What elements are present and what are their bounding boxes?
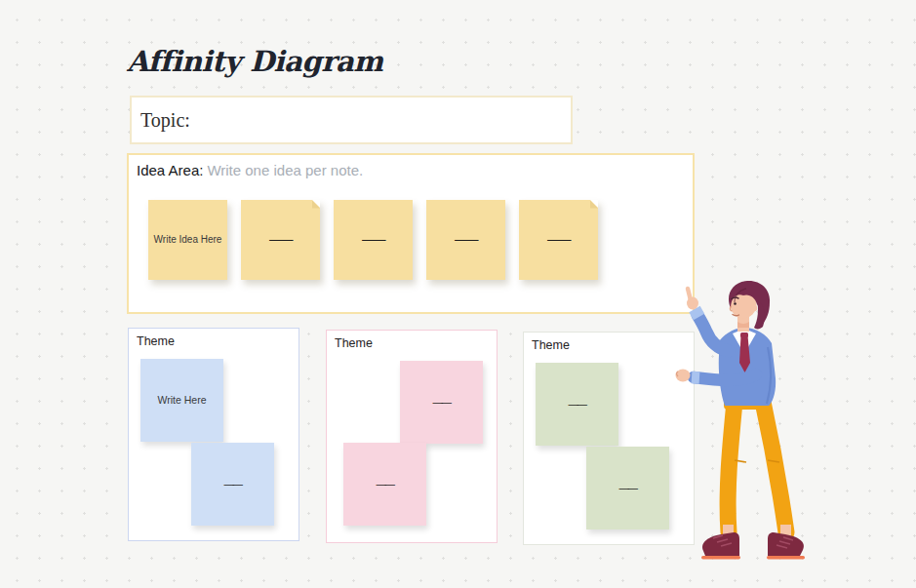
affinity-diagram-canvas: Affinity Diagram Topic: Idea Area:Write … bbox=[0, 0, 916, 588]
sticky-note[interactable]: Write Here bbox=[140, 359, 223, 442]
sticky-note[interactable]: Write Idea Here bbox=[148, 200, 227, 280]
idea-area-placeholder: Write one idea per note. bbox=[207, 162, 363, 178]
sticky-note[interactable]: —— bbox=[400, 361, 483, 444]
note-text: —— bbox=[451, 232, 481, 248]
sticky-note[interactable]: —— bbox=[334, 200, 413, 280]
theme-box[interactable]: Theme ———— bbox=[326, 330, 498, 543]
note-text: —— bbox=[616, 482, 641, 494]
page-title: Affinity Diagram bbox=[127, 45, 382, 78]
note-text: —— bbox=[265, 232, 296, 248]
theme-box[interactable]: Theme Write Here—— bbox=[128, 328, 299, 541]
sticky-note[interactable]: —— bbox=[426, 200, 505, 280]
note-text: —— bbox=[429, 396, 455, 409]
man-pointing-illustration bbox=[666, 279, 813, 566]
idea-notes-row: Write Idea Here —— —— —— —— bbox=[148, 200, 598, 280]
theme-label[interactable]: Theme bbox=[137, 334, 175, 348]
theme-label[interactable]: Theme bbox=[335, 336, 373, 350]
idea-area[interactable]: Idea Area:Write one idea per note. Write… bbox=[127, 153, 695, 314]
note-text: —— bbox=[565, 398, 590, 411]
idea-area-label: Idea Area: bbox=[137, 162, 203, 178]
note-text: —— bbox=[358, 232, 388, 248]
note-text: —— bbox=[373, 478, 398, 490]
sticky-note[interactable]: —— bbox=[519, 200, 598, 280]
sticky-note[interactable]: —— bbox=[536, 363, 618, 446]
sticky-note[interactable]: —— bbox=[343, 443, 426, 526]
note-text: —— bbox=[543, 232, 574, 248]
note-text: Write Idea Here bbox=[150, 234, 226, 246]
note-text: —— bbox=[220, 478, 246, 490]
topic-box[interactable]: Topic: bbox=[130, 96, 573, 144]
sticky-note[interactable]: —— bbox=[586, 447, 669, 529]
idea-area-header: Idea Area:Write one idea per note. bbox=[137, 162, 363, 179]
sticky-note[interactable]: —— bbox=[191, 443, 274, 526]
note-text: Write Here bbox=[154, 394, 211, 407]
topic-label: Topic: bbox=[140, 109, 190, 132]
theme-label[interactable]: Theme bbox=[532, 338, 570, 352]
sticky-note[interactable]: —— bbox=[241, 200, 320, 280]
